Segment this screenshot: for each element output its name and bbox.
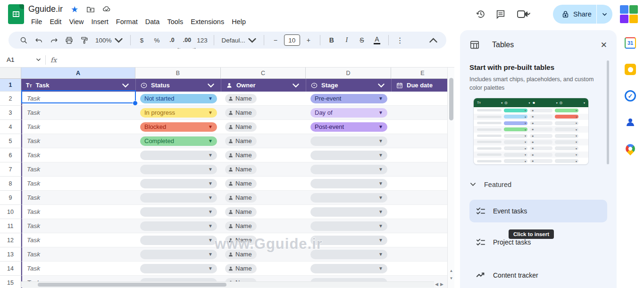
owner-cell[interactable]: Name	[221, 179, 306, 188]
scroll-right-arrow[interactable]: ▶	[440, 282, 443, 287]
owner-cell[interactable]: Name	[221, 236, 306, 245]
owner-cell[interactable]: Name	[221, 250, 306, 259]
scroll-down-arrow[interactable]: ▼	[448, 274, 455, 282]
owner-chip[interactable]: Name	[225, 207, 257, 217]
header-filter-chevron-icon[interactable]	[378, 82, 385, 89]
select-all-corner[interactable]	[0, 68, 21, 78]
header-filter-chevron-icon[interactable]	[122, 82, 129, 89]
stage-chip[interactable]: ▼	[310, 221, 387, 231]
stage-chip[interactable]: Post-event▼	[310, 122, 387, 132]
owner-cell[interactable]: Name	[221, 122, 306, 132]
status-cell[interactable]: ▼	[135, 236, 221, 245]
font-family-select[interactable]: Defaul...	[219, 34, 259, 47]
status-cell[interactable]: ▼	[135, 165, 221, 174]
format-percent-button[interactable]: %	[151, 34, 164, 47]
owner-chip[interactable]: Name	[225, 94, 257, 103]
owner-chip[interactable]: Name	[225, 108, 257, 118]
google-calendar-icon[interactable]: 31	[624, 37, 636, 49]
decrease-decimal-button[interactable]: .0←	[166, 34, 179, 47]
table-header-owner[interactable]: Owner	[221, 79, 306, 92]
stage-chip[interactable]: Day of▼	[310, 108, 387, 118]
column-header-E[interactable]: E	[391, 68, 454, 78]
row-number-1[interactable]: 1	[0, 79, 21, 92]
sheets-logo-icon[interactable]	[8, 4, 24, 24]
status-chip[interactable]: ▼	[140, 250, 217, 259]
task-cell[interactable]: Task	[22, 222, 135, 229]
bold-button[interactable]: B	[325, 34, 338, 47]
owner-chip[interactable]: Name	[225, 122, 257, 132]
panel-item-event-tasks[interactable]: Event tasks	[469, 200, 607, 222]
owner-chip[interactable]: Name	[225, 250, 257, 259]
menu-format[interactable]: Format	[112, 17, 142, 27]
menu-insert[interactable]: Insert	[88, 17, 112, 27]
stage-chip[interactable]: ▼	[310, 165, 387, 174]
row-number-5[interactable]: 5	[0, 134, 21, 148]
horizontal-scrollbar[interactable]	[21, 281, 434, 288]
increase-decimal-button[interactable]: .00→	[181, 34, 194, 47]
owner-cell[interactable]: Name	[221, 94, 306, 103]
row-number-13[interactable]: 13	[0, 247, 21, 262]
status-cell[interactable]: Blocked▼	[135, 122, 221, 132]
owner-chip[interactable]: Name	[225, 236, 257, 245]
name-box[interactable]: A1	[0, 56, 41, 63]
task-cell[interactable]: Task	[22, 95, 135, 102]
close-panel-icon[interactable]: ✕	[601, 40, 607, 50]
menu-data[interactable]: Data	[142, 17, 164, 27]
stage-cell[interactable]: ▼	[306, 179, 391, 188]
owner-cell[interactable]: Name	[221, 264, 306, 273]
stage-chip[interactable]: ▼	[310, 179, 387, 188]
table-header-status[interactable]: Status	[135, 79, 221, 92]
google-keep-icon[interactable]	[624, 63, 636, 76]
status-cell[interactable]: ▼	[135, 264, 221, 273]
print-icon[interactable]	[62, 34, 75, 47]
featured-section-toggle[interactable]: Featured	[460, 165, 617, 188]
row-number-3[interactable]: 3	[0, 106, 21, 120]
status-cell[interactable]: ▼	[135, 207, 221, 217]
text-color-button[interactable]: A	[370, 34, 384, 47]
owner-chip[interactable]: Name	[225, 264, 257, 273]
row-number-9[interactable]: 9	[0, 191, 21, 205]
row-number-11[interactable]: 11	[0, 219, 21, 233]
status-cell[interactable]: ▼	[135, 250, 221, 259]
menu-file[interactable]: File	[27, 17, 46, 27]
status-chip[interactable]: ▼	[140, 207, 217, 217]
stage-chip[interactable]: ▼	[310, 236, 387, 245]
task-cell[interactable]: Task	[22, 251, 135, 258]
task-cell[interactable]: Task	[22, 180, 135, 187]
row-number-8[interactable]: 8	[0, 177, 21, 191]
menu-help[interactable]: Help	[228, 17, 250, 27]
row-number-7[interactable]: 7	[0, 162, 21, 177]
undo-icon[interactable]	[32, 34, 45, 47]
menu-tools[interactable]: Tools	[163, 17, 187, 27]
video-call-icon[interactable]	[510, 7, 537, 22]
scroll-up-arrow[interactable]: ▲	[448, 267, 455, 274]
task-cell[interactable]: Task	[22, 265, 135, 272]
decrease-font-size-button[interactable]: −	[269, 34, 282, 47]
row-number-10[interactable]: 10	[0, 205, 21, 219]
stage-cell[interactable]: Pre-event▼	[306, 94, 391, 103]
strikethrough-button[interactable]: S	[355, 34, 368, 47]
owner-cell[interactable]: Name	[221, 136, 306, 146]
panel-scrollbar-thumb[interactable]	[607, 60, 609, 164]
share-button[interactable]: Share	[553, 5, 596, 24]
header-filter-chevron-icon[interactable]	[208, 82, 214, 89]
stage-cell[interactable]: ▼	[306, 165, 391, 174]
star-icon[interactable]: ★	[70, 5, 79, 14]
task-cell[interactable]: Task	[22, 166, 135, 173]
stage-chip[interactable]: ▼	[310, 264, 387, 273]
status-cell[interactable]: ▼	[135, 221, 221, 231]
more-toolbar-options-icon[interactable]: ⋮	[393, 34, 407, 47]
stage-cell[interactable]: ▼	[306, 236, 391, 245]
status-chip[interactable]: ▼	[140, 236, 217, 245]
font-size-input[interactable]: 10	[284, 34, 300, 46]
menu-edit[interactable]: Edit	[46, 17, 65, 27]
format-currency-button[interactable]: $	[135, 34, 149, 47]
status-chip[interactable]: ▼	[140, 264, 217, 273]
status-chip[interactable]: Blocked▼	[140, 122, 217, 132]
owner-chip[interactable]: Name	[225, 136, 257, 146]
table-header-task[interactable]: TTTask	[21, 79, 135, 92]
task-cell[interactable]: Task	[22, 109, 135, 116]
owner-cell[interactable]: Name	[221, 221, 306, 231]
status-cell[interactable]: ▼	[135, 151, 221, 160]
document-title[interactable]: Gguide.ir	[28, 4, 63, 14]
